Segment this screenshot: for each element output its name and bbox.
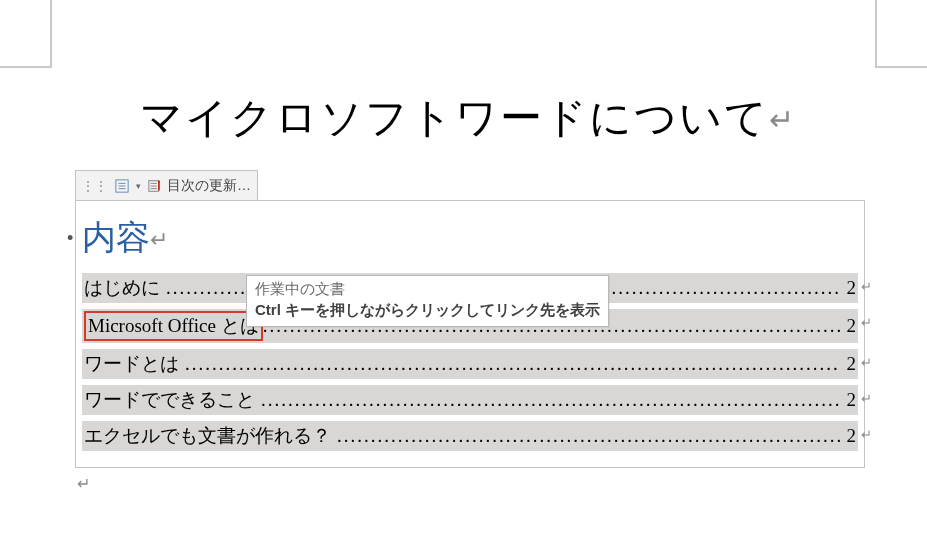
toc-entry[interactable]: エクセルでも文書が作れる？...........................… — [82, 421, 858, 451]
toc-leader-dots: ........................................… — [337, 425, 841, 447]
page-margin-mark — [875, 66, 927, 68]
toc-heading: 内容↵ — [82, 215, 858, 261]
toc-entry-page[interactable]: 2 — [841, 389, 857, 411]
page-title-text: マイクロソフトワードについて — [140, 95, 769, 141]
toc-entry-label[interactable]: Microsoft Office とは — [84, 311, 263, 341]
toc-entry-label[interactable]: エクセルでも文書が作れる？ — [84, 423, 337, 449]
page-margin-mark — [0, 66, 52, 68]
toc-menu-icon[interactable] — [114, 179, 130, 193]
toc-control-tab[interactable]: ⋮⋮ ▾ 目次の更新… — [75, 170, 258, 200]
toc-entry-page[interactable]: 2 — [841, 277, 857, 299]
svg-point-9 — [158, 180, 160, 182]
toc-entry-page[interactable]: 2 — [841, 353, 857, 375]
refresh-icon[interactable] — [147, 179, 163, 193]
paragraph-mark-icon: ↵ — [769, 103, 796, 136]
paragraph-mark-icon: ↵ — [150, 227, 168, 252]
hyperlink-tooltip: 作業中の文書 Ctrl キーを押しながらクリックしてリンク先を表示 — [246, 275, 609, 327]
page-margin-mark — [875, 0, 877, 68]
toc-entry-page[interactable]: 2 — [841, 315, 857, 337]
toc-entry[interactable]: ワードでできること...............................… — [82, 385, 858, 415]
toc-field-frame: ⋮⋮ ▾ 目次の更新… — [75, 170, 865, 493]
page-margin-mark — [50, 0, 52, 68]
toc-entry-label[interactable]: ワードでできること — [84, 387, 261, 413]
document-page: マイクロソフトワードについて↵ • ⋮⋮ ▾ — [75, 90, 867, 146]
toc-heading-text: 内容 — [82, 218, 150, 256]
paragraph-mark-icon: ↵ — [861, 279, 872, 295]
toc-box: 内容↵ はじめに................................… — [75, 200, 865, 468]
toc-entry-label[interactable]: はじめに — [84, 275, 166, 301]
toc-entry[interactable]: ワードとは...................................… — [82, 349, 858, 379]
paragraph-mark-icon: ↵ — [861, 355, 872, 371]
toc-update-label[interactable]: 目次の更新… — [167, 177, 251, 195]
toc-entry-page[interactable]: 2 — [841, 425, 857, 447]
paragraph-mark-icon: ↵ — [77, 474, 865, 493]
paragraph-mark-icon: ↵ — [861, 315, 872, 331]
field-marker-icon: • — [67, 228, 73, 249]
tooltip-title: 作業中の文書 — [255, 280, 600, 299]
paragraph-mark-icon: ↵ — [861, 391, 872, 407]
toc-entry-label[interactable]: ワードとは — [84, 351, 185, 377]
toc-leader-dots: ........................................… — [185, 353, 841, 375]
tooltip-body: Ctrl キーを押しながらクリックしてリンク先を表示 — [255, 301, 600, 320]
toc-leader-dots: ........................................… — [261, 389, 841, 411]
chevron-down-icon[interactable]: ▾ — [136, 181, 141, 191]
drag-grip-icon[interactable]: ⋮⋮ — [82, 183, 108, 189]
paragraph-mark-icon: ↵ — [861, 427, 872, 443]
page-title: マイクロソフトワードについて↵ — [140, 90, 867, 146]
